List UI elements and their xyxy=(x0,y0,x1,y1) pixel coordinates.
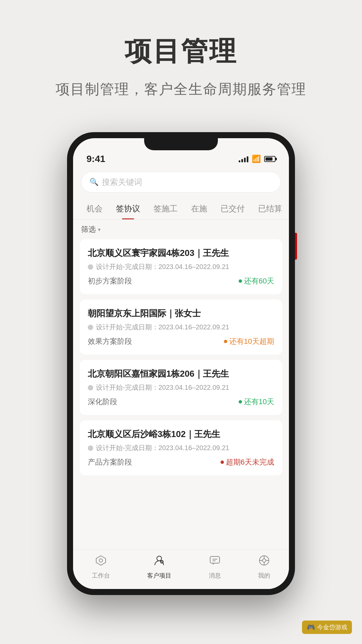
wifi-icon: 📶 xyxy=(252,155,261,163)
page-header: 项目管理 项目制管理，客户全生命周期服务管理 xyxy=(0,0,362,112)
tab-yǐjiāofù[interactable]: 已交付 xyxy=(214,198,251,219)
svg-rect-4 xyxy=(210,556,220,563)
project-status-2: 还有10天超期 xyxy=(224,336,274,346)
project-status-3: 还有10天 xyxy=(239,397,274,407)
tab-qiānyì[interactable]: 签协议 xyxy=(109,198,147,219)
battery-icon xyxy=(264,156,276,162)
watermark: 🎮 今金岱游戏 xyxy=(302,621,352,634)
svg-point-8 xyxy=(262,559,266,562)
project-date-1: 设计开始-完成日期：2023.04.16–2022.09.21 xyxy=(96,262,229,271)
project-stage-4: 产品方案阶段 xyxy=(88,457,132,467)
tab-yǐjiésuàn[interactable]: 已结算 xyxy=(251,198,289,219)
project-stage-1: 初步方案阶段 xyxy=(88,276,132,286)
phone-screen: 9:41 📶 xyxy=(73,138,289,589)
project-stage-2: 效果方案阶段 xyxy=(88,336,132,346)
project-card-3[interactable]: 北京朝阳区嘉恒家园1栋206｜王先生 设计开始-完成日期：2023.04.16–… xyxy=(80,360,282,415)
svg-point-2 xyxy=(157,556,162,561)
project-card-1[interactable]: 北京顺义区寰宇家园4栋203｜王先生 设计开始-完成日期：2023.04.16–… xyxy=(80,239,282,294)
status-icons: 📶 xyxy=(239,155,276,163)
date-circle-icon-1 xyxy=(88,264,93,270)
status-dot-4 xyxy=(221,461,224,464)
search-input-placeholder: 搜索关键词 xyxy=(102,177,142,187)
date-circle-icon-3 xyxy=(88,385,93,390)
project-status-1: 还有60天 xyxy=(239,276,274,286)
phone-mockup-wrapper: 9:41 📶 xyxy=(0,132,362,595)
project-date-2: 设计开始-完成日期：2023.04.16–2022.09.21 xyxy=(96,323,229,332)
status-dot-2 xyxy=(224,340,227,343)
filter-label: 筛选 xyxy=(81,224,96,234)
svg-point-1 xyxy=(99,559,103,562)
tab-zàishī[interactable]: 在施 xyxy=(184,198,214,219)
status-dot-1 xyxy=(239,279,242,283)
customer-project-icon xyxy=(153,554,165,570)
project-date-row-3: 设计开始-完成日期：2023.04.16–2022.09.21 xyxy=(88,383,274,392)
nav-workbench-label: 工作台 xyxy=(92,572,110,580)
tabs-bar: 机会 签协议 签施工 在施 已交付 已结算 xyxy=(73,198,289,220)
search-bar[interactable]: 🔍 搜索关键词 xyxy=(81,172,281,193)
workbench-icon xyxy=(95,554,107,570)
project-stage-3: 深化阶段 xyxy=(88,397,117,407)
status-time: 9:41 xyxy=(86,154,105,164)
nav-message-label: 消息 xyxy=(209,572,221,580)
status-dot-3 xyxy=(239,400,242,404)
project-bottom-row-1: 初步方案阶段 还有60天 xyxy=(88,276,274,286)
phone-mockup: 9:41 📶 xyxy=(67,132,295,595)
project-date-row-2: 设计开始-完成日期：2023.04.16–2022.09.21 xyxy=(88,323,274,332)
project-cards-list: 北京顺义区寰宇家园4栋203｜王先生 设计开始-完成日期：2023.04.16–… xyxy=(73,239,289,549)
project-status-4: 超期6天未完成 xyxy=(221,457,274,467)
tab-qiānshīgōng[interactable]: 签施工 xyxy=(147,198,184,219)
nav-customer-project-label: 客户项目 xyxy=(147,572,171,580)
nav-workbench[interactable]: 工作台 xyxy=(92,554,110,580)
message-icon xyxy=(209,554,221,570)
bottom-nav: 工作台 客户项目 xyxy=(73,549,289,589)
nav-mine-label: 我的 xyxy=(258,572,270,580)
project-title-1: 北京顺义区寰宇家园4栋203｜王先生 xyxy=(88,247,274,259)
project-bottom-row-4: 产品方案阶段 超期6天未完成 xyxy=(88,457,274,467)
project-title-4: 北京顺义区后沙峪3栋102｜王先生 xyxy=(88,428,274,440)
nav-customer-project[interactable]: 客户项目 xyxy=(147,554,171,580)
project-bottom-row-3: 深化阶段 还有10天 xyxy=(88,397,274,407)
watermark-text: 今金岱游戏 xyxy=(317,623,347,631)
mine-icon xyxy=(258,554,270,570)
project-card-4[interactable]: 北京顺义区后沙峪3栋102｜王先生 设计开始-完成日期：2023.04.16–2… xyxy=(80,420,282,475)
nav-mine[interactable]: 我的 xyxy=(258,554,270,580)
nav-message[interactable]: 消息 xyxy=(209,554,221,580)
watermark-icon: 🎮 xyxy=(307,623,315,631)
project-date-row-4: 设计开始-完成日期：2023.04.16–2022.09.21 xyxy=(88,443,274,452)
svg-marker-0 xyxy=(96,556,106,565)
filter-row[interactable]: 筛选 ▾ xyxy=(73,220,289,239)
project-date-4: 设计开始-完成日期：2023.04.16–2022.09.21 xyxy=(96,443,229,452)
phone-side-button xyxy=(295,233,297,260)
page-subtitle: 项目制管理，客户全生命周期服务管理 xyxy=(20,80,342,99)
phone-notch xyxy=(144,138,218,150)
project-title-2: 朝阳望京东上阳国际｜张女士 xyxy=(88,308,274,319)
signal-bars-icon xyxy=(239,156,248,162)
tab-jihuì[interactable]: 机会 xyxy=(80,198,109,219)
project-title-3: 北京朝阳区嘉恒家园1栋206｜王先生 xyxy=(88,368,274,380)
status-bar: 9:41 📶 xyxy=(73,150,289,166)
project-bottom-row-2: 效果方案阶段 还有10天超期 xyxy=(88,336,274,346)
search-icon: 🔍 xyxy=(89,178,99,186)
filter-chevron-icon: ▾ xyxy=(98,226,101,233)
project-date-3: 设计开始-完成日期：2023.04.16–2022.09.21 xyxy=(96,383,229,392)
project-card-2[interactable]: 朝阳望京东上阳国际｜张女士 设计开始-完成日期：2023.04.16–2022.… xyxy=(80,300,282,355)
date-circle-icon-2 xyxy=(88,325,93,330)
date-circle-icon-4 xyxy=(88,445,93,451)
project-date-row-1: 设计开始-完成日期：2023.04.16–2022.09.21 xyxy=(88,262,274,271)
page-title: 项目管理 xyxy=(20,34,342,70)
